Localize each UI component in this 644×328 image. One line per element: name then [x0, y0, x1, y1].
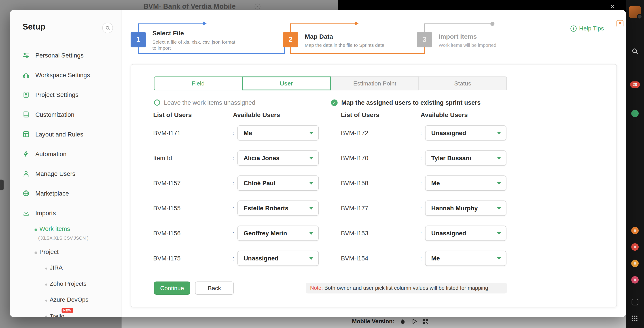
- step-import-items: 3 Import Items Work items will be import…: [417, 32, 496, 48]
- sidebar-item-label: Manage Users: [35, 170, 75, 177]
- sidebar-item-imports[interactable]: Imports: [10, 203, 121, 223]
- apps-grid-icon[interactable]: [632, 316, 638, 321]
- user-select[interactable]: Tyler Bussani: [425, 150, 506, 166]
- field-label: BVM-I153: [341, 230, 368, 237]
- colon: :: [232, 205, 234, 212]
- sidebar-item-jira[interactable]: JIRA: [50, 264, 62, 271]
- apple-icon[interactable]: [400, 318, 406, 325]
- field-label: Item Id: [153, 155, 172, 162]
- connector-line: [290, 24, 356, 24]
- selected-user: Me: [431, 255, 440, 262]
- connector-line: [290, 24, 291, 33]
- sidebar-item-zoho-projects[interactable]: Zoho Projects: [50, 280, 86, 287]
- column-header-available-users: Available Users: [420, 111, 468, 119]
- qr-code-icon[interactable]: [422, 318, 429, 325]
- sidebar-item-marketplace[interactable]: Marketplace: [10, 183, 121, 203]
- sidebar-item-project-settings[interactable]: Project Settings: [10, 85, 121, 104]
- option-map-users[interactable]: ✓ Map the assigned users to existing spr…: [331, 99, 480, 106]
- dialog-close-button[interactable]: ×: [616, 20, 624, 27]
- radio-unselected-icon[interactable]: [154, 99, 160, 106]
- chevron-down-icon: [497, 207, 501, 210]
- play-store-icon[interactable]: [411, 318, 418, 325]
- sidebar-item-personal-settings[interactable]: Personal Settings: [10, 45, 121, 65]
- user-select[interactable]: Alicia Jones: [238, 150, 319, 166]
- tab-user[interactable]: User: [242, 77, 331, 90]
- user-select[interactable]: Unassigned: [425, 125, 506, 141]
- collapsed-panel-handle[interactable]: [0, 180, 4, 190]
- user-select[interactable]: Unassigned: [238, 251, 319, 266]
- sidebar-item-project[interactable]: Project: [39, 248, 58, 255]
- work-items-formats: ( XLSX,XLS,CSV,JSON ): [38, 235, 88, 240]
- sidebar-item-azure-devops[interactable]: Azure DevOps: [50, 296, 88, 303]
- personal-settings-icon: [22, 52, 30, 59]
- sidebar-item-work-items[interactable]: Work items: [39, 225, 70, 232]
- sidebar-search-button[interactable]: [102, 23, 113, 33]
- sidebar-item-customization[interactable]: Customization: [10, 105, 121, 124]
- status-icon[interactable]: [631, 110, 639, 117]
- back-button[interactable]: Back: [195, 281, 234, 295]
- connector-line: [425, 24, 492, 24]
- help-tips-label: Help Tips: [579, 25, 604, 32]
- tab-status[interactable]: Status: [418, 77, 507, 90]
- import-wizard-panel: 1 Select File Select a file of xls, xlsx…: [122, 10, 626, 317]
- record-circle-icon: [255, 4, 260, 10]
- chevron-down-icon: [497, 257, 501, 260]
- sidebar-item-automation[interactable]: Automation: [10, 144, 121, 164]
- sidebar-item-layout-and-rules[interactable]: Layout and Rules: [10, 124, 121, 144]
- notification-badge[interactable]: 20: [630, 82, 640, 88]
- continue-button[interactable]: Continue: [154, 281, 190, 295]
- user-select[interactable]: Chloé Paul: [238, 175, 319, 191]
- tab-estimation-point[interactable]: Estimation Point: [331, 77, 419, 90]
- search-icon[interactable]: [632, 48, 638, 55]
- user-select[interactable]: Me: [238, 125, 319, 141]
- user-select[interactable]: Me: [425, 251, 506, 266]
- colon: :: [420, 230, 422, 237]
- selected-user: Unassigned: [431, 230, 466, 237]
- mapping-card: Field User Estimation Point Status Leave…: [130, 64, 617, 307]
- chevron-down-icon: [309, 257, 313, 260]
- user-select[interactable]: Unassigned: [425, 225, 506, 241]
- sidebar-item-workspace-settings[interactable]: Workspace Settings: [10, 65, 121, 85]
- colon: :: [420, 255, 422, 262]
- field-label: BVM-I171: [153, 130, 181, 137]
- workspace-settings-icon: [22, 71, 30, 78]
- step-description: Select a file of xls, xlsx, csv, json fo…: [152, 39, 237, 51]
- background-page-title: BVM- Bank of Verdia Mobile: [143, 3, 236, 11]
- sidebar-item-label: Imports: [35, 209, 56, 216]
- step-title: Map Data: [305, 33, 384, 40]
- extension-icon[interactable]: [632, 299, 638, 305]
- user-select[interactable]: Estelle Roberts: [238, 200, 319, 216]
- marketplace-icon: [22, 190, 30, 197]
- sidebar-item-manage-users[interactable]: Manage Users: [10, 164, 121, 183]
- selected-user: Me: [244, 130, 252, 137]
- colon: :: [420, 130, 422, 137]
- app-icon-4[interactable]: [631, 276, 639, 283]
- sidebar-item-label: Automation: [35, 150, 66, 157]
- sidebar-item-trello[interactable]: Trello: [50, 313, 64, 317]
- sidebar-item-label: Marketplace: [35, 190, 69, 197]
- bullet-icon: [45, 316, 47, 317]
- field-label: BVM-I156: [153, 230, 181, 237]
- new-badge: NEW: [62, 308, 73, 313]
- radio-selected-icon[interactable]: ✓: [331, 99, 338, 106]
- user-select[interactable]: Me: [425, 175, 506, 191]
- sidebar-item-label: Customization: [35, 111, 74, 118]
- app-icon-3[interactable]: [631, 260, 639, 267]
- app-icon-2[interactable]: [631, 243, 639, 251]
- app-icon-1[interactable]: [631, 227, 639, 234]
- bullet-icon: [34, 228, 37, 231]
- workspace-avatar[interactable]: [629, 6, 641, 18]
- user-select[interactable]: Geoffrey Merin: [238, 225, 319, 241]
- colon: :: [232, 130, 234, 137]
- setup-sidebar: Setup Personal Settings Workspace Settin…: [10, 10, 122, 317]
- mapping-row: BVM-I155 : Estelle Roberts BVM-I177 : Ha…: [131, 200, 616, 216]
- user-select[interactable]: Hannah Murphy: [425, 200, 506, 216]
- tab-field[interactable]: Field: [154, 77, 242, 90]
- mobile-version-label: Mobile Version:: [352, 318, 394, 325]
- layout-rules-icon: [22, 130, 30, 137]
- sidebar-item-label: Personal Settings: [35, 52, 84, 59]
- chevron-down-icon: [309, 132, 313, 134]
- help-tips-link[interactable]: Help Tips: [570, 25, 604, 32]
- option-leave-unassigned[interactable]: Leave the work items unassigned: [154, 99, 255, 106]
- bullet-icon: [34, 251, 37, 254]
